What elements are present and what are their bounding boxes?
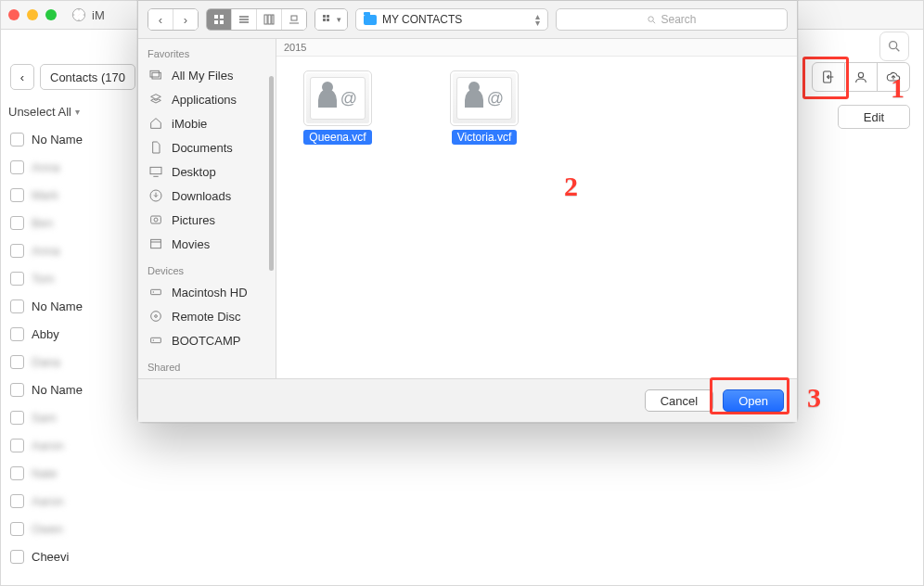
contact-row[interactable]: Dana	[1, 348, 142, 376]
svg-line-2	[896, 48, 899, 51]
sidebar-item-label: Desktop	[172, 165, 216, 179]
contact-checkbox[interactable]	[10, 188, 24, 202]
sidebar-item[interactable]: Desktop	[138, 159, 276, 184]
contact-checkbox[interactable]	[10, 272, 24, 286]
window-minimize-dot[interactable]	[27, 9, 38, 20]
dialog-search-field[interactable]: Search	[556, 8, 788, 31]
breadcrumb-pill[interactable]: Contacts (170	[40, 64, 135, 90]
list-view-button[interactable]	[231, 9, 256, 30]
file-item[interactable]: @Queena.vcf	[297, 70, 379, 145]
sidebar-item[interactable]: All My Files	[138, 63, 276, 87]
dialog-content: 2015 @Queena.vcf@Victoria.vcf	[276, 39, 797, 379]
unselect-all-button[interactable]: Unselect All ▾	[8, 105, 80, 119]
contact-row[interactable]: Ben	[1, 209, 142, 236]
app-subtoolbar: ‹ Contacts (170	[10, 64, 135, 90]
contact-row[interactable]: Cheevi	[1, 542, 142, 570]
arrange-button[interactable]: ▾	[315, 9, 347, 30]
contact-row[interactable]: No Name	[1, 292, 142, 320]
folder-dropdown[interactable]: MY CONTACTS ▴▾	[355, 8, 548, 31]
sidebar-item[interactable]: BOOTCAMP	[138, 328, 276, 352]
sidebar-item-label: Documents	[172, 141, 233, 155]
window-close-dot[interactable]	[8, 9, 19, 20]
cancel-button-label: Cancel	[661, 394, 698, 408]
contact-row[interactable]: No Name	[1, 376, 142, 403]
contact-checkbox[interactable]	[10, 244, 24, 258]
magnifier-icon	[887, 39, 902, 54]
sidebar-scrollbar-thumb[interactable]	[269, 76, 274, 271]
contact-checkbox[interactable]	[10, 411, 24, 425]
magnifier-icon	[647, 15, 657, 25]
contact-checkbox[interactable]	[10, 133, 24, 146]
contact-row[interactable]: Mark	[1, 181, 142, 209]
columns-icon	[263, 14, 275, 25]
vcf-thumbnail: @	[303, 70, 372, 126]
contact-checkbox[interactable]	[10, 466, 24, 480]
contact-checkbox[interactable]	[10, 216, 24, 230]
contact-row[interactable]: No Name	[1, 125, 142, 153]
app-search-button[interactable]	[879, 32, 909, 61]
contact-name: Nate	[32, 466, 57, 480]
disc-icon	[148, 308, 164, 325]
sidebar-item[interactable]: Remote Disc	[138, 304, 276, 328]
dialog-body: Favorites All My FilesApplicationsiMobie…	[138, 39, 797, 379]
sidebar-item[interactable]: iMobie	[138, 111, 276, 135]
contact-checkbox[interactable]	[10, 439, 24, 452]
contact-name: Aaron	[32, 494, 64, 508]
contact-name: Sam	[32, 411, 57, 425]
sidebar-item[interactable]: Movies	[138, 232, 276, 256]
arrange-segment: ▾	[314, 8, 348, 31]
dialog-sidebar: Favorites All My FilesApplicationsiMobie…	[138, 39, 276, 379]
sidebar-item[interactable]: Downloads	[138, 184, 276, 208]
contact-row[interactable]: Tom	[1, 264, 142, 292]
contact-row[interactable]: Aaron	[1, 487, 142, 515]
list-icon	[238, 14, 250, 25]
sidebar-item-label: Applications	[172, 93, 237, 107]
contact-checkbox[interactable]	[10, 160, 24, 174]
svg-rect-32	[151, 289, 161, 294]
coverflow-view-button[interactable]	[281, 9, 306, 30]
contact-row[interactable]: Anna	[1, 236, 142, 264]
contact-checkbox[interactable]	[10, 550, 24, 564]
contact-row[interactable]: Owen	[1, 515, 142, 542]
contact-row[interactable]: Sam	[1, 403, 142, 431]
contacts-list: No NameAnnaMarkBenAnnaTomNo NameAbbyDana…	[1, 125, 142, 585]
back-button[interactable]: ‹	[10, 64, 34, 90]
cancel-button[interactable]: Cancel	[645, 389, 713, 412]
file-item[interactable]: @Victoria.vcf	[443, 70, 525, 145]
nav-forward-button[interactable]: ›	[173, 9, 198, 30]
contact-row[interactable]: Nate	[1, 459, 142, 487]
search-placeholder: Search	[661, 13, 696, 26]
contact-row[interactable]: Aaron	[1, 431, 142, 459]
annotation-number-2: 2	[564, 172, 578, 200]
edit-button[interactable]: Edit	[838, 105, 910, 129]
svg-point-34	[151, 312, 161, 322]
hdd-icon	[148, 284, 164, 300]
contact-checkbox[interactable]	[10, 299, 24, 313]
at-icon: @	[487, 89, 504, 108]
window-zoom-dot[interactable]	[45, 9, 57, 20]
contact-checkbox[interactable]	[10, 383, 24, 397]
svg-rect-12	[264, 15, 267, 24]
sidebar-item[interactable]: Macintosh HD	[138, 280, 276, 304]
svg-rect-13	[268, 15, 271, 24]
column-view-button[interactable]	[256, 9, 281, 30]
edit-button-label: Edit	[864, 110, 884, 124]
contact-name: Anna	[32, 160, 59, 174]
contact-row[interactable]: Abby	[1, 320, 142, 348]
sidebar-item[interactable]: Pictures	[138, 208, 276, 232]
contact-checkbox[interactable]	[10, 327, 24, 341]
sidebar-item[interactable]: Applications	[138, 87, 276, 111]
sidebar-item[interactable]: Documents	[138, 135, 276, 159]
svg-rect-36	[151, 338, 161, 342]
contact-row[interactable]: Anna	[1, 153, 142, 181]
contact-checkbox[interactable]	[10, 522, 24, 536]
coverflow-icon	[289, 14, 300, 25]
icon-view-button[interactable]	[207, 9, 231, 30]
nav-back-button[interactable]: ‹	[148, 9, 173, 30]
sidebar-heading-shared: Shared	[138, 352, 276, 376]
contact-checkbox[interactable]	[10, 494, 24, 508]
contacts-mode-button[interactable]	[845, 62, 878, 92]
arrange-icon	[322, 14, 335, 25]
contact-checkbox[interactable]	[10, 355, 24, 369]
svg-rect-8	[220, 20, 224, 24]
